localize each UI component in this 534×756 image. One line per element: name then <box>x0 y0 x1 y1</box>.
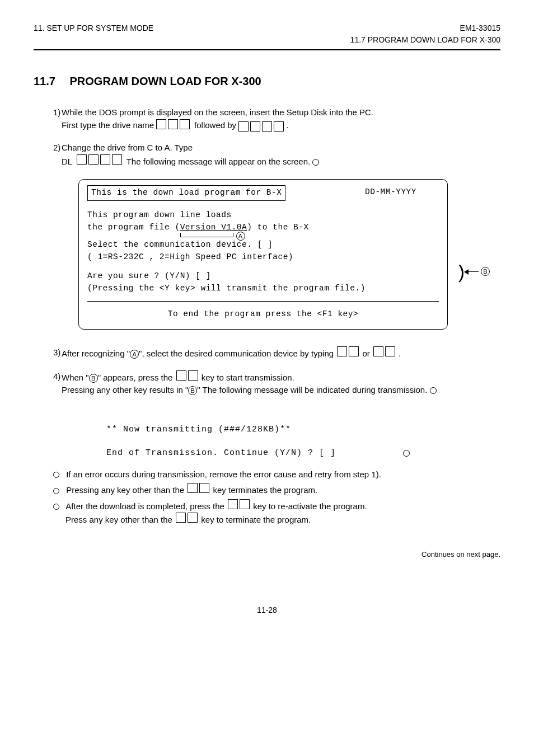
key-box <box>274 121 284 132</box>
header-right: EM1-33015 11.7 PROGRAM DOWN LOAD FOR X-3… <box>350 22 500 46</box>
section-number: 11.7 <box>34 75 55 87</box>
key-box <box>199 483 209 493</box>
marker-b: ) B <box>458 263 490 280</box>
key-box <box>228 499 238 509</box>
bullet-item: After the download is completed, press t… <box>53 499 500 527</box>
section-title: 11.7 PROGRAM DOWN LOAD FOR X-300 <box>34 73 500 90</box>
bullet-icon <box>53 488 59 494</box>
step-number: 4) <box>34 370 62 397</box>
key-box <box>349 346 359 356</box>
manual-number: EM1-33015 <box>350 22 500 34</box>
key-box <box>385 346 395 356</box>
transmit-message: ** Now transmitting (###/128KB)** <box>106 424 500 436</box>
transmit-end: End of Transmission. Continue (Y/N) ? [ … <box>106 447 336 460</box>
key-box <box>262 121 272 132</box>
page-number: 11-28 <box>34 604 500 616</box>
circled-ref-icon <box>312 159 319 166</box>
step-number: 3) <box>34 346 62 360</box>
key-box <box>250 121 260 132</box>
key-box <box>88 154 99 165</box>
header-left: 11. SET UP FOR SYSTEM MODE <box>34 22 153 34</box>
key-box <box>188 513 198 523</box>
section-title-text: PROGRAM DOWN LOAD FOR X-300 <box>70 75 261 87</box>
key-box <box>180 119 190 129</box>
screen-title: This is the down load program for B-X <box>87 185 285 201</box>
step-text: While the DOS prompt is displayed on the… <box>62 106 500 132</box>
key-box <box>240 499 250 509</box>
screen-date: DD-MM-YYYY <box>365 186 416 199</box>
circled-ref-icon <box>430 387 437 394</box>
key-box <box>168 119 178 129</box>
step-number: 2) <box>34 142 62 168</box>
section-ref: 11.7 PROGRAM DOWN LOAD FOR X-300 <box>350 34 500 46</box>
key-box <box>112 154 122 165</box>
step-text: After recognizing "A", select the desire… <box>62 346 500 360</box>
key-box <box>373 346 383 356</box>
key-box <box>188 370 198 381</box>
key-box <box>100 154 110 165</box>
bullet-icon <box>53 504 59 510</box>
step-number: 1) <box>34 106 62 132</box>
marker-a-icon: A <box>236 232 245 241</box>
bullet-item: Pressing any key other than the key term… <box>53 483 500 497</box>
key-box <box>188 483 198 493</box>
key-box <box>176 513 186 523</box>
bullet-item: If an error occurs during transmission, … <box>53 468 500 481</box>
key-box <box>337 346 347 356</box>
step-text: When "B" appears, press the key to start… <box>62 370 500 397</box>
key-box <box>238 121 249 132</box>
key-box <box>77 154 87 165</box>
continue-text: Continues on next page. <box>34 549 500 560</box>
key-box <box>176 370 186 381</box>
bullet-icon <box>53 472 59 478</box>
step-text: Change the drive from C to A. Type DL Th… <box>62 142 500 168</box>
circled-ref-icon <box>403 450 410 457</box>
key-box <box>156 119 166 129</box>
screen-display: This is the down load program for B-X DD… <box>78 179 448 330</box>
